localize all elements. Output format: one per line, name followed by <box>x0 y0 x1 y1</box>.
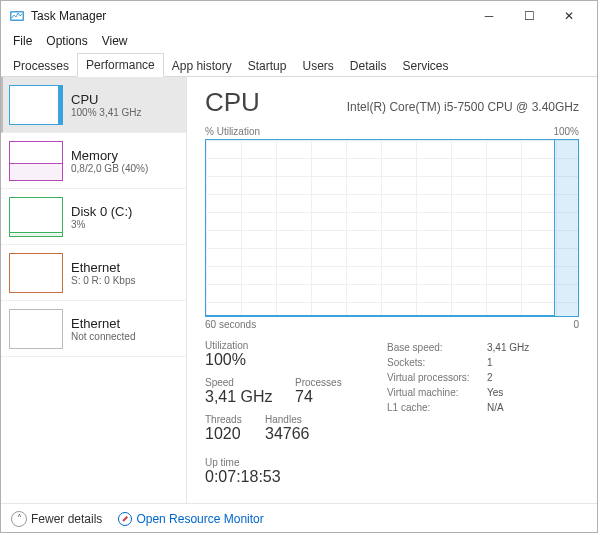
l1-cache: N/A <box>487 400 504 415</box>
main-title: CPU <box>205 87 260 118</box>
stat-label: Utilization <box>205 340 295 351</box>
tab-users[interactable]: Users <box>294 55 341 77</box>
tab-processes[interactable]: Processes <box>5 55 77 77</box>
side-stats: Base speed:3,41 GHz Sockets:1 Virtual pr… <box>387 340 529 451</box>
titlebar[interactable]: Task Manager ─ ☐ ✕ <box>1 1 597 31</box>
window-title: Task Manager <box>31 9 469 23</box>
tab-details[interactable]: Details <box>342 55 395 77</box>
cpu-utilization-graph[interactable] <box>205 139 579 317</box>
ethernet-thumb-icon <box>9 309 63 349</box>
window-controls: ─ ☐ ✕ <box>469 1 589 31</box>
maximize-button[interactable]: ☐ <box>509 1 549 31</box>
memory-thumb-icon <box>9 141 63 181</box>
uptime-label: Up time <box>205 457 579 468</box>
chevron-up-icon: ˄ <box>11 511 27 527</box>
stat-speed: 3,41 GHz <box>205 388 295 406</box>
tab-services[interactable]: Services <box>395 55 457 77</box>
graph-y-label: % Utilization <box>205 126 260 137</box>
uptime-value: 0:07:18:53 <box>205 468 579 486</box>
tab-app-history[interactable]: App history <box>164 55 240 77</box>
stat-label: Handles <box>265 414 325 425</box>
content: CPU 100% 3,41 GHz Memory 0,8/2,0 GB (40%… <box>1 77 597 503</box>
sidebar-sub: 100% 3,41 GHz <box>71 107 142 118</box>
open-resource-monitor-link[interactable]: Open Resource Monitor <box>118 512 263 526</box>
task-manager-window: Task Manager ─ ☐ ✕ File Options View Pro… <box>0 0 598 533</box>
menu-options[interactable]: Options <box>40 33 93 49</box>
sidebar-label: CPU <box>71 92 142 107</box>
footer: ˄ Fewer details Open Resource Monitor <box>1 503 597 533</box>
sidebar-sub: Not connected <box>71 331 136 342</box>
resource-monitor-icon <box>118 512 132 526</box>
stat-label: Speed <box>205 377 295 388</box>
sidebar-item-ethernet-2[interactable]: Ethernet Not connected <box>1 301 186 357</box>
stat-threads: 1020 <box>205 425 265 443</box>
tabbar: Processes Performance App history Startu… <box>1 51 597 77</box>
sidebar-label: Memory <box>71 148 148 163</box>
cpu-name: Intel(R) Core(TM) i5-7500 CPU @ 3.40GHz <box>347 100 579 114</box>
virtual-machine: Yes <box>487 385 503 400</box>
graph-x-left: 60 seconds <box>205 319 256 330</box>
minimize-button[interactable]: ─ <box>469 1 509 31</box>
disk-thumb-icon <box>9 197 63 237</box>
sidebar-sub: 0,8/2,0 GB (40%) <box>71 163 148 174</box>
cpu-thumb-icon <box>9 85 63 125</box>
fewer-details-button[interactable]: ˄ Fewer details <box>11 511 102 527</box>
main-panel: CPU Intel(R) Core(TM) i5-7500 CPU @ 3.40… <box>187 77 597 503</box>
app-icon <box>9 8 25 24</box>
base-speed: 3,41 GHz <box>487 340 529 355</box>
stat-utilization: 100% <box>205 351 295 369</box>
sidebar: CPU 100% 3,41 GHz Memory 0,8/2,0 GB (40%… <box>1 77 187 503</box>
virtual-processors: 2 <box>487 370 493 385</box>
sockets: 1 <box>487 355 493 370</box>
graph-x-right: 0 <box>573 319 579 330</box>
tab-startup[interactable]: Startup <box>240 55 295 77</box>
menu-view[interactable]: View <box>96 33 134 49</box>
stat-label: Processes <box>295 377 355 388</box>
close-button[interactable]: ✕ <box>549 1 589 31</box>
stat-handles: 34766 <box>265 425 325 443</box>
graph-y-max: 100% <box>553 126 579 137</box>
menu-file[interactable]: File <box>7 33 38 49</box>
ethernet-thumb-icon <box>9 253 63 293</box>
tab-performance[interactable]: Performance <box>77 53 164 77</box>
sidebar-item-cpu[interactable]: CPU 100% 3,41 GHz <box>1 77 186 133</box>
stat-label: Threads <box>205 414 265 425</box>
sidebar-label: Ethernet <box>71 316 136 331</box>
menubar: File Options View <box>1 31 597 51</box>
sidebar-label: Disk 0 (C:) <box>71 204 132 219</box>
sidebar-sub: 3% <box>71 219 132 230</box>
sidebar-item-ethernet-1[interactable]: Ethernet S: 0 R: 0 Kbps <box>1 245 186 301</box>
sidebar-label: Ethernet <box>71 260 135 275</box>
sidebar-item-disk[interactable]: Disk 0 (C:) 3% <box>1 189 186 245</box>
sidebar-item-memory[interactable]: Memory 0,8/2,0 GB (40%) <box>1 133 186 189</box>
sidebar-sub: S: 0 R: 0 Kbps <box>71 275 135 286</box>
stat-processes: 74 <box>295 388 355 406</box>
